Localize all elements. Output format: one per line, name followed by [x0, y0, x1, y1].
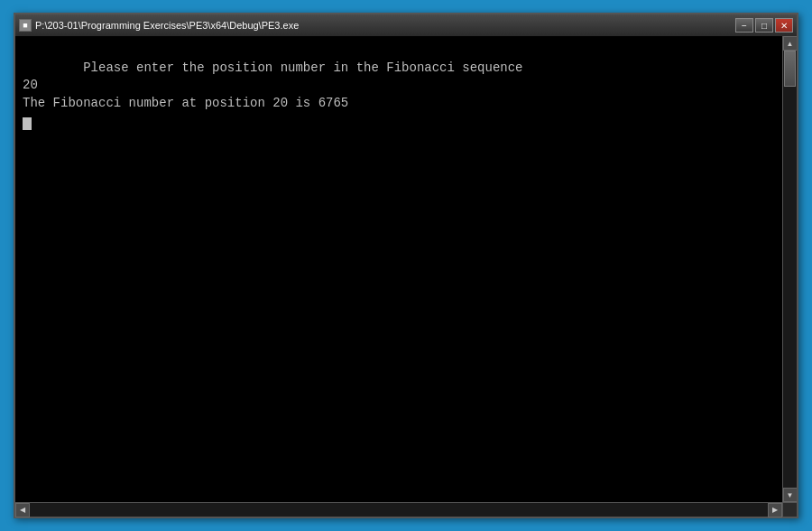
close-button[interactable]: ✕ — [775, 18, 793, 33]
console-line1: Please enter the position number in the … — [83, 61, 522, 75]
console-output: Please enter the position number in the … — [23, 42, 775, 148]
console-line3: The Fibonacci number at position 20 is 6… — [23, 96, 348, 110]
scroll-left-button[interactable]: ◀ — [15, 503, 30, 517]
console-window: ■ P:\203-01\Programming Exercises\PE3\x6… — [14, 13, 798, 518]
restore-button[interactable]: □ — [755, 18, 773, 33]
scroll-right-button[interactable]: ▶ — [768, 503, 782, 517]
scrollbar-corner — [782, 502, 797, 517]
minimize-button[interactable]: − — [735, 18, 753, 33]
title-bar: ■ P:\203-01\Programming Exercises\PE3\x6… — [15, 14, 797, 36]
window-icon: ■ — [19, 19, 32, 32]
console-area: Please enter the position number in the … — [15, 36, 797, 502]
cursor-blink — [23, 117, 32, 130]
scroll-track-vertical[interactable] — [783, 51, 797, 488]
scroll-thumb-vertical[interactable] — [784, 51, 796, 87]
bottom-bar: ◀ ▶ — [15, 502, 797, 517]
title-bar-left: ■ P:\203-01\Programming Exercises\PE3\x6… — [19, 19, 299, 32]
vertical-scrollbar: ▲ ▼ — [782, 36, 797, 502]
title-bar-buttons: − □ ✕ — [735, 18, 793, 33]
console-content[interactable]: Please enter the position number in the … — [15, 36, 782, 502]
scroll-down-button[interactable]: ▼ — [783, 488, 798, 502]
horizontal-scrollbar: ◀ ▶ — [15, 502, 782, 517]
scroll-track-horizontal[interactable] — [30, 503, 768, 517]
window-title: P:\203-01\Programming Exercises\PE3\x64\… — [35, 20, 299, 31]
scroll-up-button[interactable]: ▲ — [783, 36, 798, 51]
console-line2: 20 — [23, 78, 38, 92]
